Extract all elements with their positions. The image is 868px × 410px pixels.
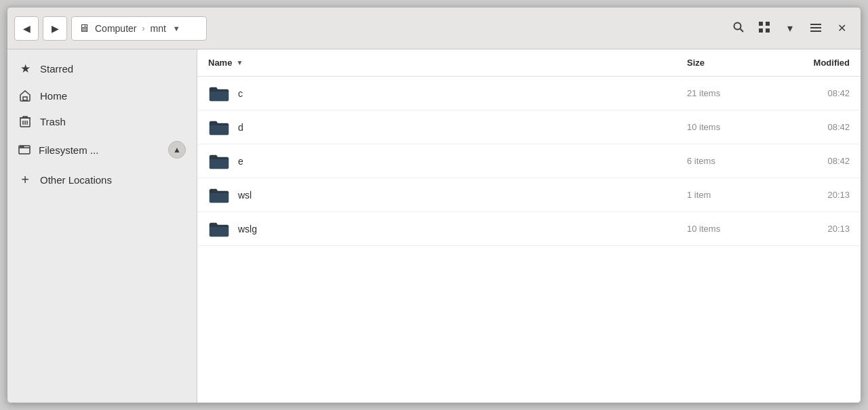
svg-rect-3 xyxy=(766,22,770,26)
sidebar-item-other-locations[interactable]: + Other Locations xyxy=(7,165,197,194)
file-name: c xyxy=(238,88,243,99)
location-name: Computer xyxy=(95,23,136,34)
folder-icon xyxy=(208,220,230,239)
svg-point-16 xyxy=(22,146,24,147)
grid-view-button[interactable] xyxy=(752,16,776,41)
folder-icon xyxy=(208,152,230,171)
sidebar-item-filesystem[interactable]: Filesystem ... ▲ xyxy=(7,134,197,165)
file-name: d xyxy=(238,122,243,133)
folder-icon xyxy=(208,186,230,205)
file-size: 1 item xyxy=(687,190,768,200)
file-name-cell: wsl xyxy=(208,186,687,205)
column-modified-label: Modified xyxy=(814,58,850,68)
file-name-cell: d xyxy=(208,118,687,137)
column-size-label: Size xyxy=(687,58,705,68)
sidebar-filesystem-label: Filesystem ... xyxy=(39,144,98,156)
location-dropdown-icon[interactable]: ▼ xyxy=(173,24,180,33)
sidebar-item-starred[interactable]: ★ Starred xyxy=(7,55,197,83)
file-size: 10 items xyxy=(687,122,768,132)
location-separator: › xyxy=(142,24,144,33)
sidebar-starred-label: Starred xyxy=(40,63,73,75)
svg-rect-4 xyxy=(759,28,763,33)
sidebar-other-locations-label: Other Locations xyxy=(40,174,112,186)
file-modified: 20:13 xyxy=(768,190,850,200)
hamburger-icon xyxy=(810,22,821,35)
computer-icon: 🖥 xyxy=(79,22,90,35)
sidebar-trash-label: Trash xyxy=(40,116,66,127)
file-modified: 08:42 xyxy=(768,156,850,166)
column-size-header: Size xyxy=(687,58,768,68)
close-button[interactable]: ✕ xyxy=(829,16,854,41)
trash-icon xyxy=(18,115,32,127)
file-modified: 08:42 xyxy=(768,122,850,132)
file-list: c 21 items 08:42 d 10 items 08:42 e xyxy=(197,77,861,403)
file-list-header: Name ▼ Size Modified xyxy=(197,49,861,77)
file-modified: 08:42 xyxy=(768,88,850,98)
svg-rect-8 xyxy=(810,30,821,32)
sidebar-item-home[interactable]: Home xyxy=(7,83,197,108)
svg-point-0 xyxy=(734,22,741,29)
view-dropdown-button[interactable]: ▾ xyxy=(778,16,802,41)
filesystem-icon xyxy=(18,144,31,157)
main-file-area: Name ▼ Size Modified c 21 item xyxy=(197,49,861,403)
star-icon: ★ xyxy=(18,62,32,76)
table-row[interactable]: c 21 items 08:42 xyxy=(197,77,861,110)
eject-button[interactable]: ▲ xyxy=(168,141,186,159)
svg-rect-9 xyxy=(23,97,27,100)
file-size: 10 items xyxy=(687,224,768,234)
eject-icon: ▲ xyxy=(173,145,181,155)
folder-icon xyxy=(208,84,230,103)
table-row[interactable]: wslg 10 items 20:13 xyxy=(197,212,861,246)
file-name-cell: wslg xyxy=(208,220,687,239)
svg-rect-6 xyxy=(810,24,821,25)
file-name: e xyxy=(238,156,243,167)
search-button[interactable] xyxy=(726,16,751,41)
file-size: 21 items xyxy=(687,88,768,98)
sidebar: ★ Starred Home xyxy=(7,49,197,403)
plus-icon: + xyxy=(18,172,32,188)
table-row[interactable]: wsl 1 item 20:13 xyxy=(197,178,861,212)
svg-rect-7 xyxy=(810,27,821,28)
grid-icon xyxy=(759,22,770,35)
toolbar-right: ▾ ✕ xyxy=(726,16,854,41)
location-sub: mnt xyxy=(150,23,165,34)
folder-icon xyxy=(208,118,230,137)
search-icon xyxy=(732,21,745,36)
column-name-header[interactable]: Name ▼ xyxy=(208,58,687,68)
forward-button[interactable]: ▶ xyxy=(43,16,67,41)
home-icon xyxy=(18,89,32,102)
file-name-cell: c xyxy=(208,84,687,103)
content-area: ★ Starred Home xyxy=(7,49,861,403)
toolbar: ◀ ▶ 🖥 Computer › mnt ▼ xyxy=(7,7,861,49)
column-name-label: Name xyxy=(208,58,232,68)
file-name: wslg xyxy=(238,224,257,234)
column-modified-header: Modified xyxy=(768,58,850,68)
file-name-cell: e xyxy=(208,152,687,171)
menu-button[interactable] xyxy=(804,16,828,41)
chevron-down-icon: ▾ xyxy=(787,22,793,35)
table-row[interactable]: e 6 items 08:42 xyxy=(197,144,861,178)
svg-line-1 xyxy=(741,28,744,32)
back-button[interactable]: ◀ xyxy=(14,16,39,41)
svg-point-15 xyxy=(20,146,22,147)
svg-rect-2 xyxy=(759,22,763,26)
location-bar: 🖥 Computer › mnt ▼ xyxy=(71,16,207,41)
table-row[interactable]: d 10 items 08:42 xyxy=(197,110,861,144)
sidebar-item-trash[interactable]: Trash xyxy=(7,108,197,134)
svg-rect-5 xyxy=(766,28,770,33)
file-manager-window: ◀ ▶ 🖥 Computer › mnt ▼ xyxy=(7,7,861,403)
file-modified: 20:13 xyxy=(768,224,850,234)
file-name: wsl xyxy=(238,190,252,201)
file-size: 6 items xyxy=(687,156,768,166)
sort-arrow-icon: ▼ xyxy=(236,59,243,66)
sidebar-home-label: Home xyxy=(40,90,67,102)
